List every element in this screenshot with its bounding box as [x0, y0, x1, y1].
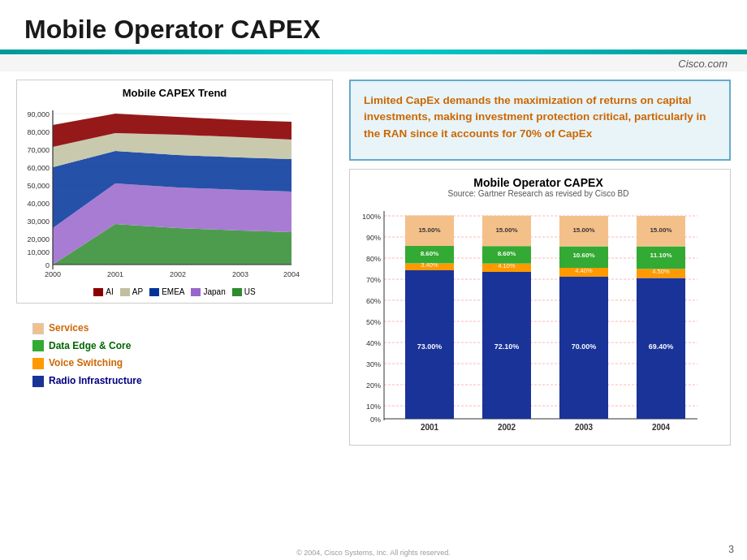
svg-text:2001: 2001 — [107, 270, 123, 278]
legend-ai: AI — [93, 287, 113, 296]
bar-legend-radio: Radio Infrastructure — [32, 373, 317, 390]
svg-text:80,000: 80,000 — [27, 128, 50, 136]
svg-text:4.40%: 4.40% — [575, 267, 593, 274]
svg-text:90%: 90% — [366, 234, 381, 242]
svg-text:70.00%: 70.00% — [572, 342, 597, 351]
cisco-brand: Cisco.com — [0, 56, 747, 71]
area-chart-legend: AI AP EMEA Japan US — [24, 287, 326, 296]
svg-text:0%: 0% — [370, 416, 381, 424]
legend-emea: EMEA — [149, 287, 184, 296]
bar-legend-data: Data Edge & Core — [32, 338, 317, 355]
legend-us: US — [232, 287, 256, 296]
svg-text:72.10%: 72.10% — [494, 342, 520, 351]
svg-text:2004: 2004 — [283, 270, 300, 278]
svg-text:30%: 30% — [366, 360, 381, 368]
svg-text:50,000: 50,000 — [27, 182, 50, 190]
svg-text:15.00%: 15.00% — [650, 226, 671, 234]
svg-text:100%: 100% — [362, 213, 381, 221]
svg-text:4.10%: 4.10% — [498, 262, 516, 269]
svg-text:15.00%: 15.00% — [495, 226, 517, 234]
svg-text:20%: 20% — [366, 381, 381, 390]
svg-text:60%: 60% — [366, 297, 381, 305]
svg-text:2002: 2002 — [498, 423, 516, 432]
svg-text:2003: 2003 — [232, 270, 248, 278]
area-chart-svg: 90,000 80,000 70,000 60,000 50,000 40,00… — [24, 102, 300, 281]
svg-text:69.40%: 69.40% — [649, 342, 674, 351]
teal-bar — [0, 50, 747, 54]
svg-text:50%: 50% — [366, 318, 381, 326]
legend-japan: Japan — [191, 287, 225, 296]
svg-text:3.40%: 3.40% — [421, 261, 438, 269]
svg-text:90,000: 90,000 — [27, 110, 50, 118]
svg-text:2003: 2003 — [575, 423, 594, 432]
svg-text:40%: 40% — [366, 339, 381, 347]
svg-text:11.10%: 11.10% — [650, 252, 671, 259]
svg-text:2002: 2002 — [170, 270, 186, 278]
right-panel: Limited CapEx demands the maximization o… — [349, 80, 731, 558]
area-chart-title: Mobile CAPEX Trend — [24, 87, 326, 99]
svg-text:30,000: 30,000 — [27, 218, 50, 226]
area-chart-container: Mobile CAPEX Trend 90,000 80,000 70,000 … — [16, 80, 333, 304]
bar-chart-container: Mobile Operator CAPEX Source: Gartner Re… — [349, 169, 731, 446]
page-title: Mobile Operator CAPEX — [24, 15, 723, 45]
svg-text:70%: 70% — [366, 276, 381, 284]
svg-text:70,000: 70,000 — [27, 146, 50, 154]
bar-chart-title: Mobile Operator CAPEX — [356, 176, 720, 189]
legend-ap: AP — [120, 287, 143, 296]
bar-chart-subtitle: Source: Gartner Research as revised by C… — [356, 189, 720, 198]
bar-legend: Services Data Edge & Core Voice Switchin… — [16, 312, 333, 398]
svg-text:20,000: 20,000 — [27, 235, 50, 243]
svg-text:10.60%: 10.60% — [572, 252, 594, 259]
svg-text:4.50%: 4.50% — [652, 268, 670, 275]
svg-text:8.60%: 8.60% — [421, 250, 439, 257]
footer-copyright: © 2004, Cisco Systems, Inc. All rights r… — [296, 549, 451, 557]
svg-text:60,000: 60,000 — [27, 164, 50, 172]
svg-text:2004: 2004 — [652, 423, 671, 432]
svg-text:15.00%: 15.00% — [572, 226, 594, 234]
svg-text:2000: 2000 — [45, 270, 61, 278]
svg-text:8.60%: 8.60% — [498, 250, 516, 257]
svg-text:10%: 10% — [366, 403, 381, 411]
highlight-box: Limited CapEx demands the maximization o… — [349, 80, 731, 161]
svg-text:10,000: 10,000 — [27, 248, 50, 256]
main-content: Mobile CAPEX Trend 90,000 80,000 70,000 … — [0, 71, 747, 560]
svg-text:80%: 80% — [366, 255, 381, 263]
header: Mobile Operator CAPEX — [0, 0, 747, 50]
bar-legend-services: Services — [32, 320, 317, 338]
bar-chart-svg: 100% 90% 80% 70% 60% 50% 40% 30% 20% 10%… — [356, 203, 706, 438]
bar-legend-voice: Voice Switching — [32, 355, 317, 373]
svg-text:2001: 2001 — [421, 423, 439, 432]
left-panel: Mobile CAPEX Trend 90,000 80,000 70,000 … — [16, 80, 333, 558]
svg-text:15.00%: 15.00% — [418, 226, 440, 234]
page-number: 3 — [728, 544, 734, 555]
svg-text:73.00%: 73.00% — [417, 342, 443, 351]
svg-text:0: 0 — [45, 261, 50, 269]
svg-text:40,000: 40,000 — [27, 200, 50, 208]
